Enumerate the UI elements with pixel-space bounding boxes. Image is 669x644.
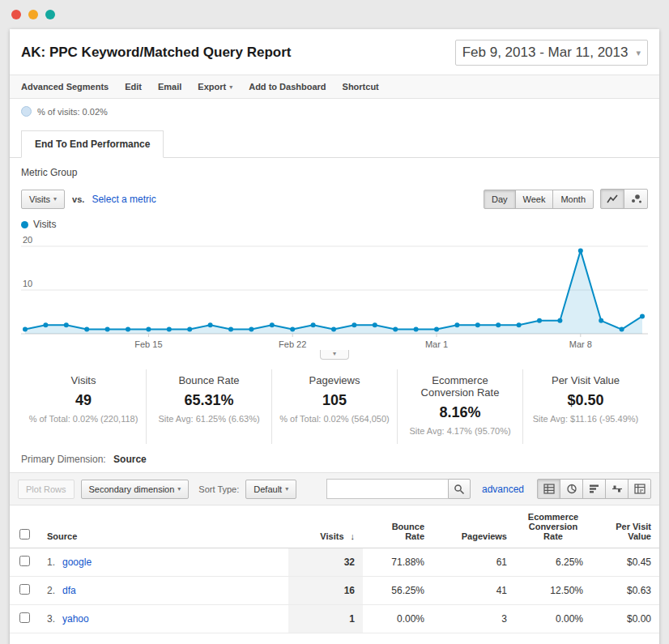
per-visit-value-cell: $0.63 <box>591 577 659 605</box>
column-header-source[interactable]: Source <box>39 505 288 548</box>
scorecard-label: Ecommerce Conversion Rate <box>404 374 516 399</box>
scorecard-value: 65.31% <box>153 392 265 409</box>
column-header-label: Ecommerce Conversion Rate <box>528 512 578 541</box>
collapse-icon: ▾ <box>333 350 336 357</box>
chart-collapse-handle[interactable]: ▾ <box>320 350 349 360</box>
per-visit-value-cell: $0.00 <box>591 605 659 633</box>
window-close-button[interactable] <box>11 10 21 19</box>
primary-dimension-bar: Primary Dimension: Source <box>10 447 659 472</box>
row-checkbox[interactable] <box>19 584 30 595</box>
column-header-label: Pageviews <box>462 531 507 541</box>
graph-controls: Visits ▾ vs. Select a metric Day Week Mo… <box>10 185 659 214</box>
add-to-dashboard-button[interactable]: Add to Dashboard <box>249 82 326 92</box>
window-minimize-button[interactable] <box>28 10 38 19</box>
metric-select-dropdown[interactable]: Visits ▾ <box>21 190 65 209</box>
visits-timeseries-chart[interactable]: 1020Feb 15Feb 22Mar 1Mar 8 <box>21 233 648 355</box>
email-button[interactable]: Email <box>158 82 181 92</box>
primary-dimension-label: Primary Dimension: <box>21 454 106 465</box>
row-index: 1. <box>47 557 55 568</box>
primary-dimension-source[interactable]: Source <box>113 454 147 465</box>
pivot-view-button[interactable] <box>628 479 651 499</box>
series-color-dot <box>21 221 28 228</box>
comparison-view-icon <box>611 484 623 494</box>
edit-button[interactable]: Edit <box>125 82 142 92</box>
column-header-ecommerce-conversion-rate[interactable]: Ecommerce Conversion Rate <box>515 505 591 548</box>
source-link[interactable]: google <box>62 557 92 568</box>
metric-group-label: Metric Group <box>10 158 659 185</box>
ecommerce-conversion-rate-cell: 12.50% <box>515 577 591 605</box>
pageviews-cell: 41 <box>433 577 515 605</box>
search-input[interactable] <box>326 479 448 499</box>
granularity-week-button[interactable]: Week <box>515 190 554 209</box>
visits-cell: 16 <box>288 577 363 605</box>
row-checkbox[interactable] <box>19 556 30 566</box>
scorecard-subtext: Site Avg: 61.25% (6.63%) <box>153 414 265 424</box>
svg-text:Feb 15: Feb 15 <box>134 339 162 349</box>
search-button[interactable] <box>448 479 471 499</box>
svg-text:10: 10 <box>23 279 32 288</box>
scorecard-ecommerce-conversion-rate[interactable]: Ecommerce Conversion Rate 8.16% Site Avg… <box>397 369 522 444</box>
date-range-selector[interactable]: Feb 9, 2013 - Mar 11, 2013 ▾ <box>455 40 648 66</box>
pivot-view-icon <box>634 484 646 494</box>
shortcut-button[interactable]: Shortcut <box>343 82 379 92</box>
row-checkbox[interactable] <box>19 612 30 623</box>
advanced-segments-button[interactable]: Advanced Segments <box>21 82 109 92</box>
column-header-bounce-rate[interactable]: Bounce Rate <box>363 505 433 548</box>
column-header-per-visit-value[interactable]: Per Visit Value <box>591 505 659 548</box>
scorecard-visits[interactable]: Visits 49 % of Total: 0.02% (220,118) <box>21 369 146 444</box>
source-table: Source Visits↓ Bounce Rate Pageviews Eco… <box>10 505 659 633</box>
scorecard-pageviews[interactable]: Pageviews 105 % of Total: 0.02% (564,050… <box>271 369 397 444</box>
pageviews-cell: 61 <box>433 548 515 577</box>
motion-chart-toggle-button[interactable] <box>624 189 648 209</box>
chevron-down-icon: ▾ <box>229 83 232 91</box>
report-header: AK: PPC Keyword/Matched Query Report Feb… <box>10 29 659 75</box>
select-all-checkbox[interactable] <box>19 529 30 540</box>
advanced-search-link[interactable]: advanced <box>482 484 524 495</box>
column-header-label: Visits <box>320 531 343 541</box>
ecommerce-conversion-rate-cell: 6.25% <box>515 548 591 577</box>
sort-type-value: Default <box>254 484 282 494</box>
granularity-day-button[interactable]: Day <box>484 190 516 209</box>
series-legend-label: Visits <box>33 219 56 230</box>
segment-info-row: % of visits: 0.02% <box>10 99 659 124</box>
column-header-label: Per Visit Value <box>616 522 651 541</box>
select-a-metric-link[interactable]: Select a metric <box>92 194 156 205</box>
plot-rows-button[interactable]: Plot Rows <box>18 480 75 499</box>
chevron-down-icon: ▾ <box>53 195 57 203</box>
sort-type-dropdown[interactable]: Default ▾ <box>245 480 296 499</box>
visits-cell: 1 <box>288 605 363 633</box>
performance-view-button[interactable] <box>582 479 606 499</box>
scorecard-label: Bounce Rate <box>153 374 265 386</box>
granularity-group: Day Week Month <box>484 190 594 209</box>
source-link[interactable]: dfa <box>62 585 76 596</box>
svg-text:20: 20 <box>23 235 32 245</box>
action-bar: Advanced Segments Edit Email Export ▾ Ad… <box>10 75 659 99</box>
email-label: Email <box>158 82 181 92</box>
export-button[interactable]: Export ▾ <box>198 82 232 92</box>
scorecard-value: $0.50 <box>530 392 641 409</box>
data-view-button[interactable] <box>537 479 560 499</box>
window-zoom-button[interactable] <box>45 10 55 19</box>
scorecard-label: Visits <box>28 374 139 386</box>
line-chart-toggle-button[interactable] <box>600 189 624 209</box>
column-header-visits[interactable]: Visits↓ <box>288 505 363 548</box>
table-row: 1.google 32 71.88% 61 6.25% $0.45 <box>10 548 659 577</box>
scorecard-bounce-rate[interactable]: Bounce Rate 65.31% Site Avg: 61.25% (6.6… <box>146 369 271 444</box>
scorecard-subtext: Site Avg: $11.16 (-95.49%) <box>530 414 641 424</box>
source-link[interactable]: yahoo <box>62 613 89 625</box>
chart-legend: Visits <box>10 214 659 232</box>
bounce-rate-cell: 56.25% <box>363 577 433 605</box>
table-row: 2.dfa 16 56.25% 41 12.50% $0.63 <box>10 577 659 605</box>
column-header-pageviews[interactable]: Pageviews <box>433 505 515 548</box>
shortcut-label: Shortcut <box>343 82 379 92</box>
table-view-icon <box>543 484 555 494</box>
table-search <box>326 479 471 499</box>
scorecard-label: Pageviews <box>279 374 390 386</box>
comparison-view-button[interactable] <box>605 479 629 499</box>
secondary-dimension-dropdown[interactable]: Secondary dimension ▾ <box>81 480 190 499</box>
tab-end-to-end-performance[interactable]: End To End Performance <box>21 130 164 158</box>
granularity-month-button[interactable]: Month <box>552 190 594 209</box>
scorecard-per-visit-value[interactable]: Per Visit Value $0.50 Site Avg: $11.16 (… <box>522 369 648 444</box>
percentage-view-button[interactable] <box>560 479 583 499</box>
scorecard-subtext: % of Total: 0.02% (564,050) <box>279 414 390 424</box>
